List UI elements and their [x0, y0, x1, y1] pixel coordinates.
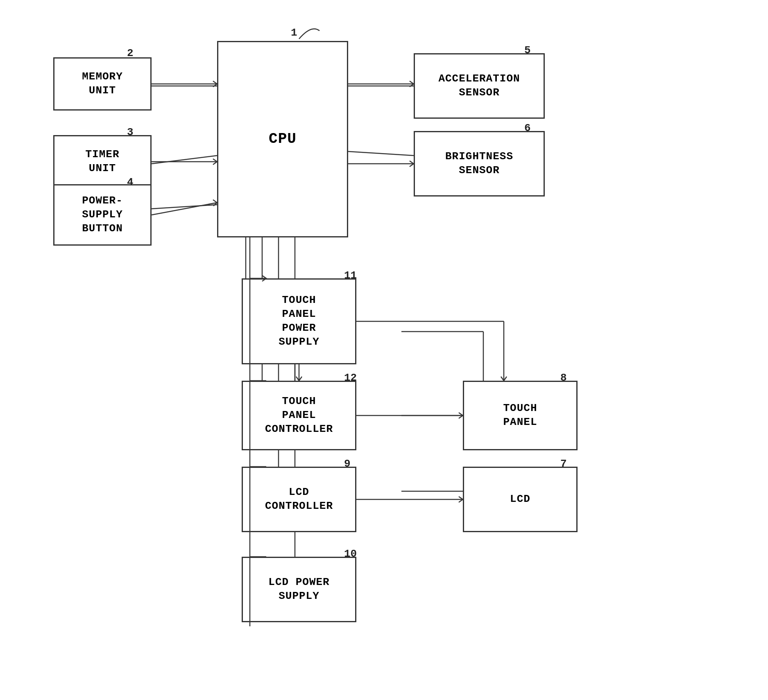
svg-line-2 [152, 205, 217, 209]
touch-panel-power-supply-block: TOUCHPANELPOWERSUPPLY [242, 278, 356, 364]
ref-6: 6 [524, 122, 531, 134]
ref-8: 8 [560, 372, 567, 384]
touch-panel-block: TOUCHPANEL [463, 381, 578, 450]
ref-9: 9 [344, 458, 351, 470]
touch-panel-controller-block: TOUCHPANELCONTROLLER [242, 381, 356, 450]
svg-line-1 [152, 156, 217, 164]
ref-10: 10 [344, 548, 357, 560]
ref-1: 1 [291, 27, 297, 39]
timer-unit-block: TIMERUNIT [53, 135, 152, 188]
ref-5: 5 [524, 44, 531, 56]
lcd-controller-block: LCDCONTROLLER [242, 467, 356, 532]
lcd-power-supply-block: LCD POWERSUPPLY [242, 557, 356, 622]
lcd-block: LCD [463, 467, 578, 532]
acceleration-sensor-block: ACCELERATIONSENSOR [414, 53, 545, 119]
ref-4: 4 [127, 176, 134, 188]
memory-unit-block: MEMORYUNIT [53, 57, 152, 111]
diagram: CPU 1 MEMORYUNIT 2 TIMERUNIT 3 POWER-SUP… [0, 0, 768, 700]
svg-line-4 [348, 151, 414, 156]
ref-3: 3 [127, 126, 134, 138]
svg-line-18 [152, 203, 217, 215]
ref-2: 2 [127, 47, 134, 59]
power-supply-button-block: POWER-SUPPLYBUTTON [53, 184, 152, 246]
ref-11: 11 [344, 269, 357, 282]
brightness-sensor-block: BRIGHTNESSSENSOR [414, 131, 545, 196]
ref-12: 12 [344, 372, 357, 384]
ref-7: 7 [560, 458, 567, 470]
cpu-block: CPU [217, 41, 348, 237]
